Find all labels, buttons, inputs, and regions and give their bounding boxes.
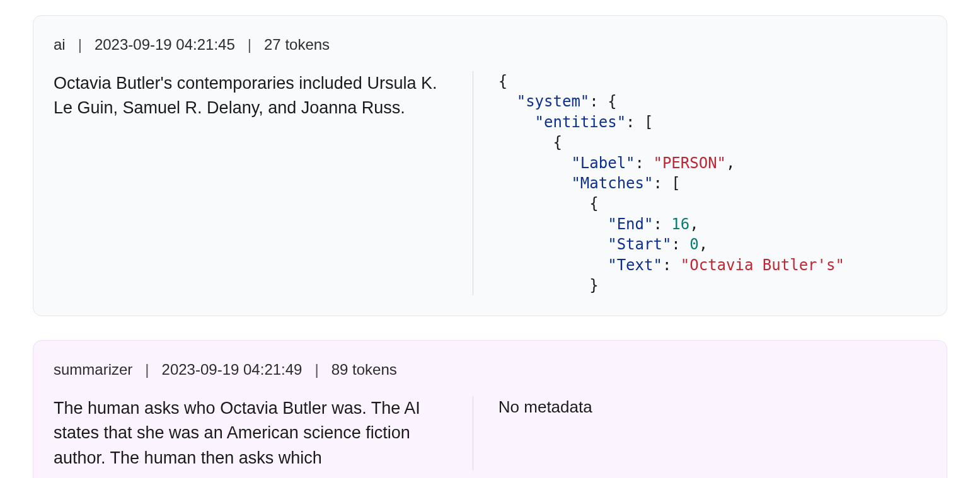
message-card-ai: ai | 2023-09-19 04:21:45 | 27 tokens Oct… bbox=[33, 15, 947, 316]
metadata-text: No metadata bbox=[473, 396, 926, 470]
json-line: "Text": "Octavia Butler's" bbox=[499, 255, 926, 275]
separator: | bbox=[145, 361, 149, 378]
json-line: "entities": [ bbox=[499, 112, 926, 132]
json-line: "Matches": [ bbox=[499, 173, 926, 193]
json-line: "system": { bbox=[499, 91, 926, 111]
separator: | bbox=[78, 36, 82, 54]
timestamp: 2023-09-19 04:21:45 bbox=[95, 36, 235, 54]
separator: | bbox=[248, 36, 251, 54]
json-line: { bbox=[499, 193, 926, 213]
card-body: Octavia Butler's contemporaries included… bbox=[54, 71, 926, 295]
separator: | bbox=[314, 361, 318, 378]
json-line: { bbox=[499, 132, 926, 152]
card-body: The human asks who Octavia Butler was. T… bbox=[54, 396, 926, 470]
json-line: { bbox=[499, 71, 926, 91]
token-count: 27 tokens bbox=[264, 36, 330, 54]
message-content: The human asks who Octavia Butler was. T… bbox=[54, 396, 473, 470]
role-label: ai bbox=[54, 36, 66, 54]
token-count: 89 tokens bbox=[331, 361, 397, 378]
message-card-summarizer: summarizer | 2023-09-19 04:21:49 | 89 to… bbox=[33, 340, 947, 478]
timestamp: 2023-09-19 04:21:49 bbox=[162, 361, 303, 378]
message-content: Octavia Butler's contemporaries included… bbox=[54, 71, 473, 295]
json-line: "Start": 0, bbox=[499, 234, 926, 254]
json-line: "End": 16, bbox=[499, 214, 926, 234]
card-header: ai | 2023-09-19 04:21:45 | 27 tokens bbox=[54, 36, 926, 54]
card-header: summarizer | 2023-09-19 04:21:49 | 89 to… bbox=[54, 361, 926, 378]
role-label: summarizer bbox=[54, 361, 132, 378]
json-line: } bbox=[499, 275, 926, 295]
json-line: "Label": "PERSON", bbox=[499, 153, 926, 173]
metadata-json: { "system": { "entities": [ { "Label": "… bbox=[473, 71, 926, 295]
